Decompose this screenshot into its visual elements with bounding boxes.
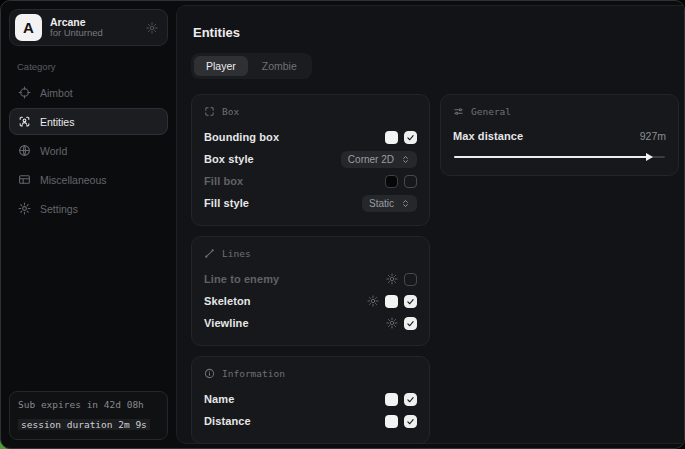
category-label: Category [17, 61, 168, 72]
bounding-box-color-swatch[interactable] [385, 131, 398, 144]
setting-row-skeleton: Skeleton [204, 290, 417, 312]
distance-checkbox[interactable] [404, 415, 417, 428]
max-distance-value: 927m [640, 130, 666, 142]
skeleton-color-swatch[interactable] [385, 295, 398, 308]
sidebar-item-miscellaneous[interactable]: Miscellaneous [9, 166, 168, 193]
tab-player[interactable]: Player [194, 56, 248, 76]
sub-expiry-text: Sub expires in 42d 08h [18, 399, 159, 410]
name-color-swatch[interactable] [385, 393, 398, 406]
brand-gear-icon[interactable] [146, 22, 158, 34]
setting-row-fill-style: Fill style Static [204, 192, 417, 214]
page-title: Entities [193, 25, 679, 40]
setting-row-distance: Distance [204, 410, 417, 432]
globe-icon [18, 144, 31, 157]
viewline-checkbox[interactable] [404, 317, 417, 330]
box-section: Box Bounding box B [191, 94, 430, 226]
slider-fill [454, 156, 648, 158]
sidebar-item-label: Settings [40, 203, 78, 215]
information-section: Information Name D [191, 356, 430, 444]
viewline-gear-icon[interactable] [386, 317, 398, 329]
box-corners-icon [204, 106, 215, 117]
table-icon [18, 173, 31, 186]
max-distance-slider[interactable] [454, 152, 665, 162]
setting-row-max-distance: Max distance 927m [453, 126, 666, 146]
brand-logo: A [15, 14, 42, 41]
line-to-enemy-checkbox[interactable] [404, 273, 417, 286]
distance-color-swatch[interactable] [385, 415, 398, 428]
section-title: Information [222, 368, 285, 379]
general-section: General Max distance 927m [440, 94, 679, 176]
sliders-icon [453, 106, 464, 117]
sidebar-item-label: Aimbot [40, 87, 73, 99]
chevrons-up-down-icon [401, 155, 410, 164]
sidebar: A Arcane for Unturned Category Aimbot [1, 1, 176, 448]
chevrons-up-down-icon [401, 199, 410, 208]
fill-box-color-swatch[interactable] [385, 175, 398, 188]
fill-style-dropdown[interactable]: Static [362, 195, 417, 212]
skeleton-gear-icon[interactable] [367, 295, 379, 307]
tab-zombie[interactable]: Zombie [250, 56, 309, 76]
sidebar-item-entities[interactable]: Entities [9, 108, 168, 135]
setting-row-name: Name [204, 388, 417, 410]
info-icon [204, 368, 215, 379]
setting-row-fill-box: Fill box [204, 170, 417, 192]
fill-box-checkbox[interactable] [404, 175, 417, 188]
setting-row-bounding-box: Bounding box [204, 126, 417, 148]
section-title: General [471, 106, 511, 117]
session-duration-text: session duration 2m 9s [18, 419, 150, 430]
gear-icon [18, 202, 31, 215]
skeleton-checkbox[interactable] [404, 295, 417, 308]
setting-row-box-style: Box style Corner 2D [204, 148, 417, 170]
line-to-enemy-gear-icon[interactable] [386, 273, 398, 285]
sidebar-item-aimbot[interactable]: Aimbot [9, 79, 168, 106]
slider-thumb[interactable] [646, 153, 653, 161]
sidebar-item-settings[interactable]: Settings [9, 195, 168, 222]
screen: A Arcane for Unturned Category Aimbot [0, 0, 685, 449]
setting-row-viewline: Viewline [204, 312, 417, 334]
lines-section: Lines Line to enemy [191, 236, 430, 346]
app-window: A Arcane for Unturned Category Aimbot [0, 0, 685, 449]
sidebar-item-label: Miscellaneous [40, 174, 107, 186]
sidebar-item-label: Entities [40, 116, 74, 128]
subscription-status-card: Sub expires in 42d 08h session duration … [9, 391, 168, 440]
entities-scan-icon [18, 115, 31, 128]
name-checkbox[interactable] [404, 393, 417, 406]
brand-subtitle: for Unturned [50, 28, 138, 39]
section-title: Lines [222, 248, 251, 259]
box-style-dropdown[interactable]: Corner 2D [341, 151, 417, 168]
setting-row-line-to-enemy: Line to enemy [204, 268, 417, 290]
sidebar-item-world[interactable]: World [9, 137, 168, 164]
line-icon [204, 248, 215, 259]
brand-card: A Arcane for Unturned [9, 9, 168, 46]
section-title: Box [222, 106, 239, 117]
crosshair-icon [18, 86, 31, 99]
sidebar-item-label: World [40, 145, 67, 157]
tab-bar: Player Zombie [191, 53, 312, 79]
main-panel: Entities Player Zombie Box [176, 5, 685, 444]
bounding-box-checkbox[interactable] [404, 131, 417, 144]
